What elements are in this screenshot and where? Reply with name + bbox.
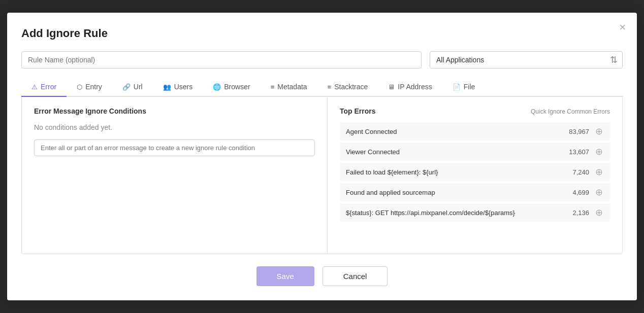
tab-users[interactable]: 👥 Users <box>153 78 203 97</box>
modal-dialog: Add Ignore Rule × All ApplicationsApplic… <box>7 13 637 300</box>
error-list: Agent Connected 83,967 ⊕ Viewer Connecte… <box>340 122 610 222</box>
link-icon: 🔗 <box>122 83 131 91</box>
list-item: Viewer Connected 13,607 ⊕ <box>340 143 610 161</box>
save-button[interactable]: Save <box>256 266 314 286</box>
file-icon: 📄 <box>453 83 461 91</box>
right-panel-header: Top Errors Quick Ignore Common Errors <box>340 107 610 115</box>
stacktrace-icon: ≡ <box>328 83 332 91</box>
add-error-0-button[interactable]: ⊕ <box>594 127 604 136</box>
entry-icon: ⬡ <box>77 83 82 91</box>
tab-error[interactable]: ⚠ Error <box>21 78 67 97</box>
browser-icon: 🌐 <box>213 83 221 91</box>
error-message-input[interactable] <box>34 140 315 156</box>
tab-url[interactable]: 🔗 Url <box>112 78 153 97</box>
add-error-2-button[interactable]: ⊕ <box>594 167 604 177</box>
left-panel: Error Message Ignore Conditions No condi… <box>22 97 328 254</box>
tab-entry[interactable]: ⬡ Entry <box>67 78 112 97</box>
app-select-wrapper: All ApplicationsApplication 1Application… <box>430 51 623 68</box>
list-item: ${status}: GET https://api.mixpanel.com/… <box>340 203 610 222</box>
left-panel-title: Error Message Ignore Conditions <box>34 107 315 115</box>
app-select[interactable]: All ApplicationsApplication 1Application… <box>430 51 623 68</box>
add-error-1-button[interactable]: ⊕ <box>594 147 604 156</box>
right-panel-title: Top Errors <box>340 107 376 115</box>
no-conditions-text: No conditions added yet. <box>34 123 315 131</box>
tab-file[interactable]: 📄 File <box>442 78 486 97</box>
users-icon: 👥 <box>163 83 171 91</box>
monitor-icon: 🖥 <box>388 83 395 91</box>
tab-browser[interactable]: 🌐 Browser <box>203 78 260 97</box>
tab-ip-address[interactable]: 🖥 IP Address <box>378 78 442 97</box>
add-error-4-button[interactable]: ⊕ <box>594 208 604 217</box>
content-area: Error Message Ignore Conditions No condi… <box>21 97 623 254</box>
tabs-bar: ⚠ Error ⬡ Entry 🔗 Url 👥 Users 🌐 Browser … <box>21 78 623 97</box>
modal-footer: Save Cancel <box>21 266 623 286</box>
list-item: Found and applied sourcemap 4,699 ⊕ <box>340 183 610 201</box>
list-item: Agent Connected 83,967 ⊕ <box>340 122 610 141</box>
warning-icon: ⚠ <box>31 83 38 91</box>
modal-close-button[interactable]: × <box>619 22 626 33</box>
modal-title: Add Ignore Rule <box>21 27 623 40</box>
rule-name-input[interactable] <box>21 51 422 68</box>
cancel-button[interactable]: Cancel <box>323 266 388 286</box>
quick-ignore-link[interactable]: Quick Ignore Common Errors <box>531 108 610 115</box>
tab-metadata[interactable]: ≡ Metadata <box>261 78 317 97</box>
right-panel: Top Errors Quick Ignore Common Errors Ag… <box>328 97 622 254</box>
modal-overlay: Add Ignore Rule × All ApplicationsApplic… <box>0 0 644 313</box>
add-error-3-button[interactable]: ⊕ <box>594 188 604 197</box>
tab-stacktrace[interactable]: ≡ Stacktrace <box>317 78 378 97</box>
metadata-icon: ≡ <box>271 83 275 91</box>
list-item: Failed to load ${element}: ${url} 7,240 … <box>340 163 610 181</box>
top-row: All ApplicationsApplication 1Application… <box>21 51 623 68</box>
